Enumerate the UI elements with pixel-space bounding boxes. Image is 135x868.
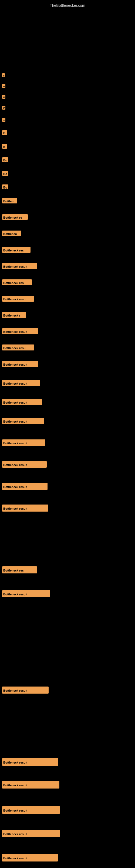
bottleneck-result-label: Bottleneck res [2, 247, 31, 253]
bottleneck-result-label: Bottleneck result [2, 781, 59, 788]
bottleneck-result-label: Bottleneck resu [2, 344, 34, 350]
bottleneck-result-label: Bottleneck result [2, 854, 58, 862]
bottleneck-result-label: Bottleneck r [2, 312, 26, 318]
bottleneck-result-label: Bottleneck result [2, 830, 60, 837]
bottleneck-result-label: Bottleneck result [2, 328, 38, 334]
bottleneck-result-label: B [2, 144, 7, 149]
bottleneck-result-label: Bottlen [2, 198, 17, 204]
bottleneck-result-label: Bo [2, 171, 8, 176]
bottleneck-result-label: Bottleneck resu [2, 296, 34, 302]
small-label: 5 [2, 118, 5, 122]
bottleneck-result-label: Bottleneck result [2, 439, 45, 446]
small-label: B [2, 95, 5, 99]
bottleneck-result-label: Bottleneck result [2, 590, 50, 597]
bottleneck-result-label: Bo [2, 184, 8, 189]
bottleneck-result-label: Bottleneck result [2, 418, 44, 424]
bottleneck-result-label: Bottleneck result [2, 380, 40, 386]
bottleneck-result-label: Bottleneck result [2, 263, 37, 269]
bottleneck-result-label: Bo [2, 157, 8, 162]
site-title: TheBottlenecker.com [50, 1, 85, 9]
bottleneck-result-label: Bottleneck res [2, 566, 37, 574]
bottleneck-result-label: Bottleneck res [2, 279, 32, 285]
small-label: B [2, 84, 5, 88]
bottleneck-result-label: Bottleneck result [2, 483, 48, 490]
bottleneck-result-label: Bottlenec [2, 230, 21, 236]
bottleneck-result-label: Bottleneck result [2, 758, 58, 766]
bottleneck-result-label: Bottleneck result [2, 399, 42, 405]
bottleneck-result-label: B [2, 130, 7, 135]
bottleneck-result-label: Bottleneck result [2, 361, 38, 367]
bottleneck-result-label: Bottleneck result [2, 461, 47, 468]
bottleneck-result-label: Bottleneck re [2, 214, 28, 220]
small-label: s [2, 73, 5, 77]
bottleneck-result-label: Bottleneck result [2, 504, 48, 512]
bottleneck-result-label: Bottleneck result [2, 686, 49, 693]
small-label: E [2, 106, 5, 110]
bottleneck-result-label: Bottleneck result [2, 806, 60, 814]
